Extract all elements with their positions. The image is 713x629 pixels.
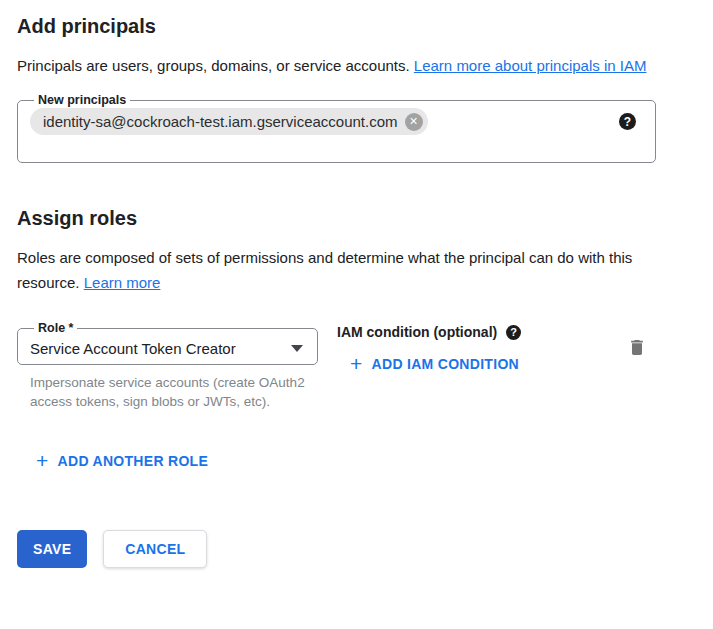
learn-more-roles-link[interactable]: Learn more (84, 274, 161, 291)
learn-more-principals-link[interactable]: Learn more about principals in IAM (414, 57, 647, 74)
add-another-role-label: ADD ANOTHER ROLE (58, 453, 209, 469)
role-select[interactable]: Role * Service Account Token Creator (17, 321, 318, 365)
principals-description-text: Principals are users, groups, domains, o… (17, 57, 414, 74)
plus-icon: + (350, 355, 363, 373)
iam-condition-label: IAM condition (optional) (337, 324, 497, 340)
iam-condition-column: IAM condition (optional) ? + ADD IAM CON… (337, 321, 521, 375)
new-principals-input[interactable]: New principals identity-sa@cockroach-tes… (17, 93, 656, 163)
roles-description: Roles are composed of sets of permission… (17, 245, 656, 295)
dialog-actions: SAVE CANCEL (17, 530, 656, 568)
principals-description: Principals are users, groups, domains, o… (17, 53, 656, 78)
role-label: Role * (34, 321, 77, 335)
cancel-button[interactable]: CANCEL (103, 530, 207, 568)
add-principals-panel: Add principals Principals are users, gro… (0, 0, 713, 568)
add-another-role-button[interactable]: + ADD ANOTHER ROLE (36, 452, 208, 470)
save-button[interactable]: SAVE (17, 530, 87, 568)
add-iam-condition-button[interactable]: + ADD IAM CONDITION (350, 355, 519, 373)
chip-remove-icon[interactable]: × (405, 113, 423, 131)
iam-condition-help-icon[interactable]: ? (506, 325, 521, 340)
role-helper-text: Impersonate service accounts (create OAu… (17, 374, 312, 411)
new-principals-help-icon[interactable]: ? (619, 113, 636, 130)
principal-chip-text: identity-sa@cockroach-test.iam.gservicea… (43, 113, 398, 130)
trash-icon (627, 337, 647, 358)
role-row: Role * Service Account Token Creator Imp… (17, 321, 656, 411)
page-title: Add principals (17, 14, 656, 38)
role-selected-value: Service Account Token Creator (30, 340, 236, 357)
principal-chip: identity-sa@cockroach-test.iam.gservicea… (30, 108, 428, 135)
plus-icon: + (36, 452, 49, 470)
add-iam-condition-label: ADD IAM CONDITION (372, 356, 519, 372)
assign-roles-title: Assign roles (17, 206, 656, 230)
chevron-down-icon (291, 345, 303, 352)
new-principals-label: New principals (34, 93, 130, 107)
role-column: Role * Service Account Token Creator Imp… (17, 321, 318, 411)
delete-role-button[interactable] (627, 337, 647, 358)
